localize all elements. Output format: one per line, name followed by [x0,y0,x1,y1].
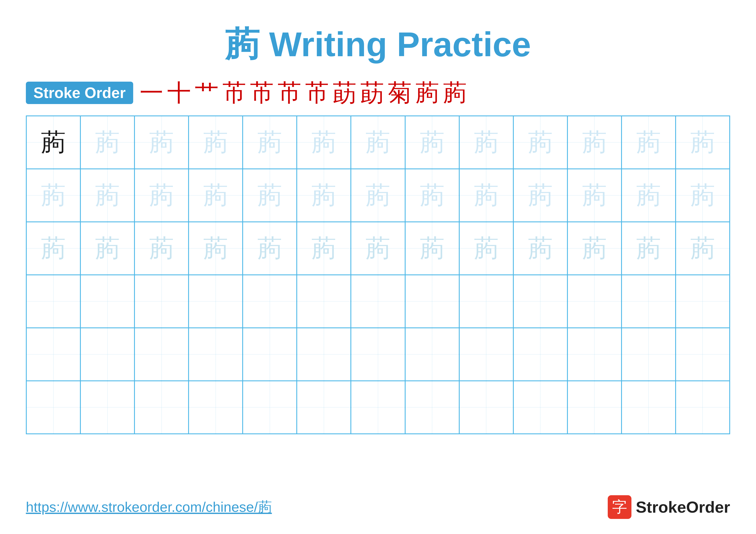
grid-cell-r4c4[interactable] [189,275,243,328]
footer-url[interactable]: https://www.strokeorder.com/chinese/葋 [26,497,272,517]
char-r3c3: 葋 [149,236,174,261]
grid-cell-r6c1[interactable] [26,381,80,434]
char-r1c12: 葋 [636,130,661,155]
grid-cell-r5c4[interactable] [189,328,243,381]
grid-cell-r1c12[interactable]: 葋 [622,116,676,169]
grid-cell-r4c2[interactable] [80,275,134,328]
grid-cell-r6c6[interactable] [297,381,351,434]
grid-cell-r3c6[interactable]: 葋 [297,222,351,275]
char-r3c1: 葋 [41,236,66,261]
grid-cell-r6c5[interactable] [243,381,297,434]
grid-cell-r3c8[interactable]: 葋 [405,222,459,275]
grid-cell-r1c13[interactable]: 葋 [676,116,730,169]
char-r1c11: 葋 [582,130,607,155]
grid-cell-r5c8[interactable] [405,328,459,381]
grid-cell-r4c13[interactable] [676,275,730,328]
grid-cell-r1c4[interactable]: 葋 [189,116,243,169]
grid-cell-r5c2[interactable] [80,328,134,381]
grid-cell-r5c9[interactable] [459,328,513,381]
page-title: 葋 Writing Practice [26,21,730,68]
grid-cell-r6c3[interactable] [134,381,189,434]
grid-cell-r6c4[interactable] [189,381,243,434]
char-r3c11: 葋 [582,236,607,261]
grid-cell-r5c1[interactable] [26,328,80,381]
grid-cell-r4c7[interactable] [351,275,405,328]
grid-cell-r2c5[interactable]: 葋 [243,169,297,222]
grid-cell-r1c10[interactable]: 葋 [513,116,567,169]
grid-cell-r4c8[interactable] [405,275,459,328]
grid-cell-r5c7[interactable] [351,328,405,381]
stroke-4: 芇 [222,81,246,105]
grid-cell-r5c11[interactable] [567,328,622,381]
grid-cell-r4c5[interactable] [243,275,297,328]
grid-cell-r2c4[interactable]: 葋 [189,169,243,222]
grid-cell-r5c12[interactable] [622,328,676,381]
char-r3c6: 葋 [311,236,336,261]
grid-cell-r2c2[interactable]: 葋 [80,169,134,222]
grid-cell-r6c8[interactable] [405,381,459,434]
grid-cell-r3c3[interactable]: 葋 [134,222,189,275]
footer: https://www.strokeorder.com/chinese/葋 字 … [26,495,730,519]
grid-cell-r3c4[interactable]: 葋 [189,222,243,275]
grid-cell-r6c10[interactable] [513,381,567,434]
char-r1c7: 葋 [365,130,390,155]
grid-cell-r5c5[interactable] [243,328,297,381]
grid-cell-r6c11[interactable] [567,381,622,434]
grid-cell-r5c3[interactable] [134,328,189,381]
stroke-7: 芇 [305,81,329,105]
grid-cell-r1c6[interactable]: 葋 [297,116,351,169]
grid-cell-r3c13[interactable]: 葋 [676,222,730,275]
grid-cell-r3c7[interactable]: 葋 [351,222,405,275]
grid-cell-r4c10[interactable] [513,275,567,328]
char-r2c3: 葋 [149,183,174,208]
grid-cell-r3c5[interactable]: 葋 [243,222,297,275]
grid-cell-r2c7[interactable]: 葋 [351,169,405,222]
grid-cell-r3c9[interactable]: 葋 [459,222,513,275]
stroke-3: 艹 [195,81,219,105]
grid-cell-r3c12[interactable]: 葋 [622,222,676,275]
footer-logo: 字 StrokeOrder [608,495,730,519]
grid-cell-r1c3[interactable]: 葋 [134,116,189,169]
char-r2c8: 葋 [420,183,445,208]
grid-cell-r1c1[interactable]: 葋 [26,116,80,169]
char-r1c8: 葋 [420,130,445,155]
grid-cell-r2c9[interactable]: 葋 [459,169,513,222]
grid-cell-r2c10[interactable]: 葋 [513,169,567,222]
grid-cell-r2c1[interactable]: 葋 [26,169,80,222]
grid-cell-r6c13[interactable] [676,381,730,434]
grid-cell-r1c8[interactable]: 葋 [405,116,459,169]
stroke-2: 十 [167,81,191,105]
grid-cell-r3c1[interactable]: 葋 [26,222,80,275]
grid-cell-r3c10[interactable]: 葋 [513,222,567,275]
char-r2c6: 葋 [311,183,336,208]
grid-cell-r2c8[interactable]: 葋 [405,169,459,222]
grid-cell-r5c6[interactable] [297,328,351,381]
grid-cell-r2c12[interactable]: 葋 [622,169,676,222]
grid-cell-r4c1[interactable] [26,275,80,328]
grid-cell-r6c2[interactable] [80,381,134,434]
grid-cell-r5c13[interactable] [676,328,730,381]
grid-cell-r1c9[interactable]: 葋 [459,116,513,169]
grid-cell-r1c11[interactable]: 葋 [567,116,622,169]
grid-cell-r1c5[interactable]: 葋 [243,116,297,169]
grid-cell-r1c7[interactable]: 葋 [351,116,405,169]
char-r2c5: 葋 [257,183,282,208]
grid-cell-r6c12[interactable] [622,381,676,434]
grid-cell-r3c11[interactable]: 葋 [567,222,622,275]
grid-cell-r3c2[interactable]: 葋 [80,222,134,275]
grid-cell-r2c13[interactable]: 葋 [676,169,730,222]
grid-cell-r4c11[interactable] [567,275,622,328]
grid-cell-r4c9[interactable] [459,275,513,328]
stroke-1: 一 [140,81,163,105]
grid-cell-r4c6[interactable] [297,275,351,328]
grid-cell-r4c12[interactable] [622,275,676,328]
grid-cell-r2c6[interactable]: 葋 [297,169,351,222]
grid-cell-r5c10[interactable] [513,328,567,381]
grid-cell-r2c11[interactable]: 葋 [567,169,622,222]
char-r3c7: 葋 [365,236,390,261]
grid-cell-r6c9[interactable] [459,381,513,434]
grid-cell-r2c3[interactable]: 葋 [134,169,189,222]
grid-cell-r4c3[interactable] [134,275,189,328]
grid-cell-r6c7[interactable] [351,381,405,434]
grid-cell-r1c2[interactable]: 葋 [80,116,134,169]
